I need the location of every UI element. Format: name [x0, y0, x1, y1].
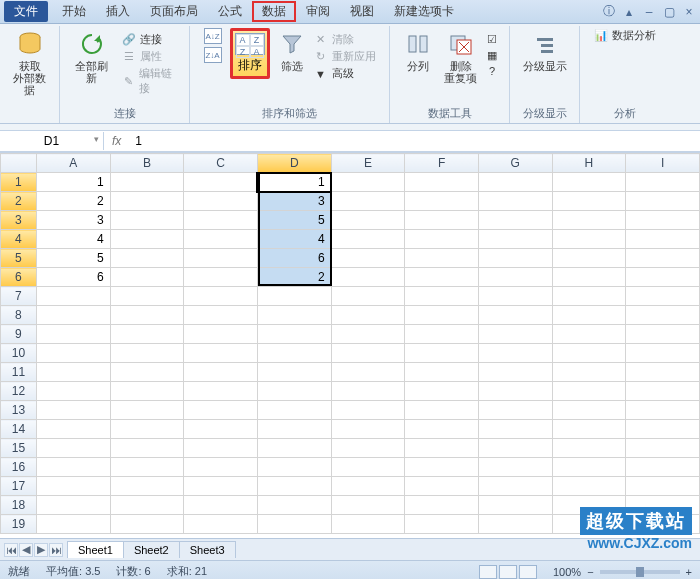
cell-B3[interactable]	[110, 211, 184, 230]
cell-A15[interactable]	[36, 439, 110, 458]
cell-E15[interactable]	[331, 439, 405, 458]
cell-A13[interactable]	[36, 401, 110, 420]
cell-H2[interactable]	[552, 192, 626, 211]
cell-D5[interactable]: 6	[257, 249, 331, 268]
col-header-C[interactable]: C	[184, 154, 258, 173]
file-menu[interactable]: 文件	[4, 1, 48, 22]
cell-H4[interactable]	[552, 230, 626, 249]
cell-B9[interactable]	[110, 325, 184, 344]
cell-B16[interactable]	[110, 458, 184, 477]
cell-A3[interactable]: 3	[36, 211, 110, 230]
cell-D11[interactable]	[257, 363, 331, 382]
close-icon[interactable]: ×	[682, 5, 696, 19]
cell-H13[interactable]	[552, 401, 626, 420]
cell-H15[interactable]	[552, 439, 626, 458]
cell-H7[interactable]	[552, 287, 626, 306]
sheet-tab-sheet1[interactable]: Sheet1	[67, 541, 124, 558]
cell-B12[interactable]	[110, 382, 184, 401]
cell-A11[interactable]	[36, 363, 110, 382]
cell-D13[interactable]	[257, 401, 331, 420]
cell-G17[interactable]	[478, 477, 552, 496]
cell-A18[interactable]	[36, 496, 110, 515]
cell-E6[interactable]	[331, 268, 405, 287]
cell-A7[interactable]	[36, 287, 110, 306]
row-header-13[interactable]: 13	[1, 401, 37, 420]
row-header-17[interactable]: 17	[1, 477, 37, 496]
cell-I6[interactable]	[626, 268, 700, 287]
cell-C4[interactable]	[184, 230, 258, 249]
cell-E1[interactable]	[331, 173, 405, 192]
col-header-E[interactable]: E	[331, 154, 405, 173]
cell-G2[interactable]	[478, 192, 552, 211]
menu-insert[interactable]: 插入	[96, 1, 140, 22]
cell-B5[interactable]	[110, 249, 184, 268]
cell-B14[interactable]	[110, 420, 184, 439]
cell-F3[interactable]	[405, 211, 479, 230]
cell-A9[interactable]	[36, 325, 110, 344]
cell-B8[interactable]	[110, 306, 184, 325]
cell-G9[interactable]	[478, 325, 552, 344]
cell-C18[interactable]	[184, 496, 258, 515]
properties-button[interactable]: ☰属性	[122, 49, 183, 64]
cell-E18[interactable]	[331, 496, 405, 515]
cell-B2[interactable]	[110, 192, 184, 211]
cell-A19[interactable]	[36, 515, 110, 534]
row-header-10[interactable]: 10	[1, 344, 37, 363]
cell-B6[interactable]	[110, 268, 184, 287]
cell-A16[interactable]	[36, 458, 110, 477]
cell-I15[interactable]	[626, 439, 700, 458]
cell-D2[interactable]: 3	[257, 192, 331, 211]
cell-G15[interactable]	[478, 439, 552, 458]
cell-E10[interactable]	[331, 344, 405, 363]
view-page-layout[interactable]	[499, 565, 517, 579]
cell-C12[interactable]	[184, 382, 258, 401]
cell-C15[interactable]	[184, 439, 258, 458]
cell-G18[interactable]	[478, 496, 552, 515]
cell-E3[interactable]	[331, 211, 405, 230]
get-external-data-button[interactable]: 获取 外部数据	[6, 28, 53, 98]
cell-I1[interactable]	[626, 173, 700, 192]
cell-A17[interactable]	[36, 477, 110, 496]
cell-A4[interactable]: 4	[36, 230, 110, 249]
tab-nav-first[interactable]: ⏮	[4, 543, 18, 557]
cell-G3[interactable]	[478, 211, 552, 230]
cell-H9[interactable]	[552, 325, 626, 344]
cell-I11[interactable]	[626, 363, 700, 382]
cell-I10[interactable]	[626, 344, 700, 363]
view-page-break[interactable]	[519, 565, 537, 579]
data-analysis-button[interactable]: 📊数据分析	[594, 28, 656, 43]
cell-B10[interactable]	[110, 344, 184, 363]
cell-D14[interactable]	[257, 420, 331, 439]
cell-B1[interactable]	[110, 173, 184, 192]
cell-I3[interactable]	[626, 211, 700, 230]
cell-A12[interactable]	[36, 382, 110, 401]
col-header-B[interactable]: B	[110, 154, 184, 173]
menu-review[interactable]: 审阅	[296, 1, 340, 22]
cell-G10[interactable]	[478, 344, 552, 363]
menu-data[interactable]: 数据	[252, 1, 296, 22]
row-header-2[interactable]: 2	[1, 192, 37, 211]
zoom-out[interactable]: −	[587, 566, 593, 578]
menu-new-tab[interactable]: 新建选项卡	[384, 1, 464, 22]
cell-H5[interactable]	[552, 249, 626, 268]
cell-F14[interactable]	[405, 420, 479, 439]
row-header-18[interactable]: 18	[1, 496, 37, 515]
cell-G5[interactable]	[478, 249, 552, 268]
cell-D15[interactable]	[257, 439, 331, 458]
row-header-1[interactable]: 1	[1, 173, 37, 192]
cell-G14[interactable]	[478, 420, 552, 439]
cell-B13[interactable]	[110, 401, 184, 420]
cell-C13[interactable]	[184, 401, 258, 420]
cell-C7[interactable]	[184, 287, 258, 306]
cell-E16[interactable]	[331, 458, 405, 477]
cell-E11[interactable]	[331, 363, 405, 382]
view-normal[interactable]	[479, 565, 497, 579]
cell-D7[interactable]	[257, 287, 331, 306]
cell-C3[interactable]	[184, 211, 258, 230]
formula-input[interactable]: 1	[129, 134, 700, 148]
col-header-G[interactable]: G	[478, 154, 552, 173]
cell-H12[interactable]	[552, 382, 626, 401]
tab-nav-last[interactable]: ⏭	[49, 543, 63, 557]
sort-button-highlighted[interactable]: AZZA 排序	[230, 28, 270, 79]
cell-A1[interactable]: 1	[36, 173, 110, 192]
